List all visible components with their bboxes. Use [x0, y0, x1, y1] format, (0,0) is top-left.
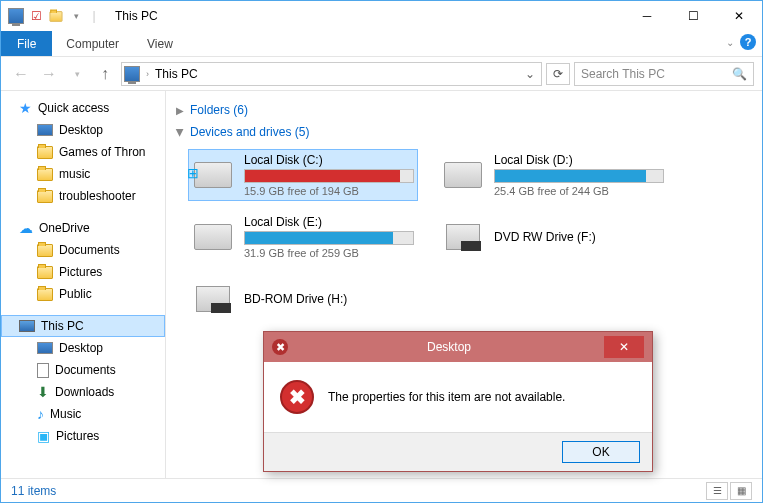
folder-icon [37, 244, 53, 257]
file-tab[interactable]: File [1, 31, 52, 56]
search-icon: 🔍 [732, 67, 747, 81]
folder-icon [37, 288, 53, 301]
view-buttons: ☰ ▦ [706, 482, 752, 500]
folder-icon [37, 266, 53, 279]
maximize-button[interactable]: ☐ [670, 1, 716, 31]
ribbon-tabs: File Computer View ⌄ ? [1, 31, 762, 57]
window-title: This PC [115, 9, 158, 23]
details-view-button[interactable]: ☰ [706, 482, 728, 500]
view-tab[interactable]: View [133, 31, 187, 56]
back-button[interactable]: ← [9, 62, 33, 86]
item-count: 11 items [11, 484, 56, 498]
download-icon: ⬇ [37, 384, 49, 400]
sidebar-item-od-documents[interactable]: Documents [1, 239, 165, 261]
sidebar-item-od-pictures[interactable]: Pictures [1, 261, 165, 283]
refresh-button[interactable]: ⟳ [546, 63, 570, 85]
sidebar-quickaccess[interactable]: ★Quick access [1, 97, 165, 119]
qat-properties-icon[interactable]: ☑ [27, 7, 45, 25]
dialog-titlebar[interactable]: ✖ Desktop ✕ [264, 332, 652, 362]
search-placeholder: Search This PC [581, 67, 665, 81]
drive-name: DVD RW Drive (F:) [494, 230, 664, 244]
dialog-title: Desktop [294, 340, 604, 354]
up-button[interactable]: ↑ [93, 62, 117, 86]
address-bar[interactable]: › This PC ⌄ [121, 62, 542, 86]
window-controls: ─ ☐ ✕ [624, 1, 762, 31]
drive-icon [192, 154, 234, 196]
drive-item[interactable]: BDBD-ROM Drive (H:) [188, 273, 418, 325]
dialog-title-icon: ✖ [272, 339, 288, 355]
sidebar-item-pc-pictures[interactable]: ▣Pictures [1, 425, 165, 447]
drive-free: 31.9 GB free of 259 GB [244, 247, 414, 259]
forward-button[interactable]: → [37, 62, 61, 86]
sidebar-onedrive[interactable]: ☁OneDrive [1, 217, 165, 239]
desktop-icon [37, 342, 53, 354]
drive-free: 25.4 GB free of 244 GB [494, 185, 664, 197]
drive-icon [192, 216, 234, 258]
folder-icon [37, 168, 53, 181]
folder-icon [37, 190, 53, 203]
drive-icon [442, 154, 484, 196]
sidebar-item-od-public[interactable]: Public [1, 283, 165, 305]
app-icon [7, 7, 25, 25]
icons-view-button[interactable]: ▦ [730, 482, 752, 500]
search-input[interactable]: Search This PC 🔍 [574, 62, 754, 86]
music-icon: ♪ [37, 406, 44, 422]
document-icon [37, 363, 49, 378]
drive-name: Local Disk (D:) [494, 153, 664, 167]
ribbon-help: ⌄ ? [726, 34, 756, 50]
sidebar-thispc[interactable]: This PC [1, 315, 165, 337]
close-button[interactable]: ✕ [716, 1, 762, 31]
sidebar-item-troubleshooter[interactable]: troubleshooter [1, 185, 165, 207]
sidebar-item-pc-desktop[interactable]: Desktop [1, 337, 165, 359]
drive-item[interactable]: Local Disk (E:)31.9 GB free of 259 GB [188, 211, 418, 263]
minimize-button[interactable]: ─ [624, 1, 670, 31]
navigation-bar: ← → ▾ ↑ › This PC ⌄ ⟳ Search This PC 🔍 [1, 57, 762, 91]
sidebar-item-games[interactable]: Games of Thron [1, 141, 165, 163]
group-devices[interactable]: ▶ Devices and drives (5) [176, 121, 752, 143]
address-text: This PC [155, 67, 198, 81]
sidebar-item-pc-documents[interactable]: Documents [1, 359, 165, 381]
chevron-down-icon: ▶ [175, 128, 186, 136]
error-dialog: ✖ Desktop ✕ ✖ The properties for this it… [263, 331, 653, 472]
location-icon [124, 66, 140, 82]
status-bar: 11 items ☰ ▦ [1, 478, 762, 502]
drive-free: 15.9 GB free of 194 GB [244, 185, 414, 197]
recent-dropdown[interactable]: ▾ [65, 62, 89, 86]
drive-item[interactable]: Local Disk (D:)25.4 GB free of 244 GB [438, 149, 668, 201]
ok-button[interactable]: OK [562, 441, 640, 463]
chevron-right-icon[interactable]: › [146, 69, 149, 79]
navigation-pane: ★Quick access Desktop Games of Thron mus… [1, 91, 166, 478]
folder-icon [37, 146, 53, 159]
drives-list: Local Disk (C:)15.9 GB free of 194 GBLoc… [176, 143, 752, 339]
qat-newfolder-icon[interactable] [47, 7, 65, 25]
drive-item[interactable]: DVDDVD RW Drive (F:) [438, 211, 668, 263]
ribbon-expand-icon[interactable]: ⌄ [726, 37, 734, 48]
group-folders[interactable]: ▶ Folders (6) [176, 99, 752, 121]
cloud-icon: ☁ [19, 220, 33, 236]
dialog-message: The properties for this item are not ava… [328, 390, 565, 404]
usage-bar [244, 169, 414, 183]
drive-name: Local Disk (E:) [244, 215, 414, 229]
sidebar-item-pc-music[interactable]: ♪Music [1, 403, 165, 425]
sidebar-item-pc-downloads[interactable]: ⬇Downloads [1, 381, 165, 403]
address-dropdown-icon[interactable]: ⌄ [521, 67, 539, 81]
usage-bar [244, 231, 414, 245]
dialog-close-button[interactable]: ✕ [604, 336, 644, 358]
computer-tab[interactable]: Computer [52, 31, 133, 56]
error-icon: ✖ [280, 380, 314, 414]
desktop-icon [37, 124, 53, 136]
drive-icon: BD [192, 278, 234, 320]
drive-item[interactable]: Local Disk (C:)15.9 GB free of 194 GB [188, 149, 418, 201]
sidebar-item-desktop[interactable]: Desktop [1, 119, 165, 141]
drive-name: Local Disk (C:) [244, 153, 414, 167]
quick-access-toolbar: ☑ ▾ [7, 7, 85, 25]
drive-icon: DVD [442, 216, 484, 258]
pc-icon [19, 320, 35, 332]
drive-name: BD-ROM Drive (H:) [244, 292, 414, 306]
chevron-right-icon: ▶ [176, 105, 184, 116]
star-icon: ★ [19, 100, 32, 116]
help-icon[interactable]: ? [740, 34, 756, 50]
titlebar: ☑ ▾ | This PC ─ ☐ ✕ [1, 1, 762, 31]
sidebar-item-music[interactable]: music [1, 163, 165, 185]
qat-dropdown-icon[interactable]: ▾ [67, 7, 85, 25]
